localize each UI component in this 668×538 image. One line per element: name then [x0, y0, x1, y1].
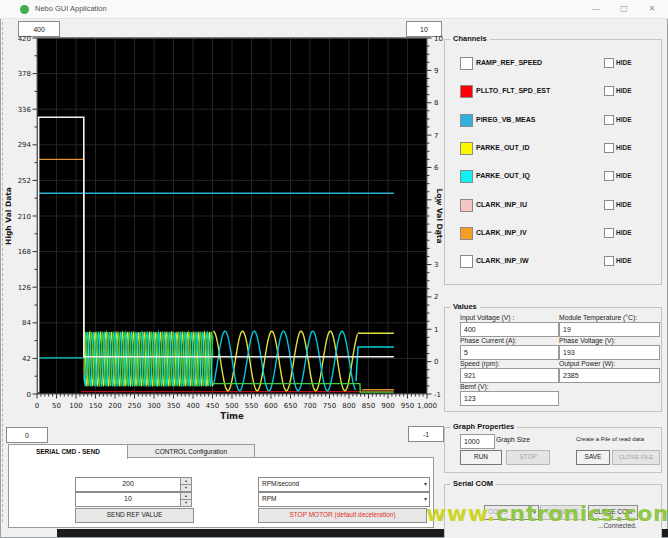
- ref-value-2-stepper[interactable]: ▲ ▼: [180, 492, 192, 505]
- channel-color-swatch: [460, 199, 473, 212]
- graph-size-label: Graph Size: [496, 436, 530, 443]
- app-icon: [20, 5, 29, 14]
- hide-checkbox[interactable]: [604, 228, 614, 238]
- channels-list: RAMP_REF_SPEEDHIDEPLLTO_FLT_SPD_ESTHIDEP…: [444, 39, 660, 283]
- send-ref-value-button[interactable]: SEND REF VALUE: [75, 508, 194, 523]
- svg-text:126: 126: [18, 284, 32, 292]
- stop-button[interactable]: STOP: [506, 450, 550, 465]
- svg-text:84: 84: [22, 319, 31, 327]
- tab-serial-cmd-send[interactable]: SERIAL CMD - SEND: [8, 444, 128, 459]
- svg-text:950: 950: [401, 402, 414, 410]
- app-window: Nebo GUI Application — ▢ ✕ 0428412616821…: [0, 0, 668, 538]
- close-icon[interactable]: ✕: [642, 2, 662, 16]
- output-power-label: Output Power (W):: [559, 360, 615, 367]
- svg-text:450: 450: [206, 402, 219, 410]
- svg-text:168: 168: [18, 248, 31, 256]
- svg-text:700: 700: [303, 402, 316, 410]
- unit-dropdown-2[interactable]: RPM ▾: [258, 492, 430, 507]
- spin-down-icon[interactable]: ▼: [180, 499, 192, 507]
- right-axis-title: Low Val Data: [435, 188, 444, 243]
- speed-field[interactable]: [460, 368, 559, 383]
- channel-label: PARKE_OUT_ID: [476, 144, 530, 151]
- hide-checkbox[interactable]: [604, 58, 614, 68]
- phase-voltage-field[interactable]: [559, 345, 660, 360]
- minimize-icon[interactable]: —: [586, 2, 606, 16]
- svg-text:500: 500: [225, 402, 238, 410]
- channel-color-swatch: [460, 227, 473, 240]
- svg-text:-1: -1: [434, 391, 441, 399]
- bemf-field[interactable]: [460, 391, 559, 406]
- svg-text:150: 150: [89, 402, 102, 410]
- input-voltage-label: Input Voltage (V) :: [460, 314, 514, 321]
- phase-voltage-label: Phase Voltage (V):: [559, 337, 616, 344]
- svg-text:650: 650: [284, 402, 297, 410]
- left-axis-title: High Val Data: [4, 187, 13, 245]
- ref-value-spinner[interactable]: 200: [75, 477, 181, 492]
- channel-label: PLLTO_FLT_SPD_EST: [476, 87, 550, 94]
- input-voltage-field[interactable]: [460, 322, 559, 337]
- close-file-button[interactable]: CLOSE FILE: [612, 450, 660, 465]
- svg-text:850: 850: [362, 402, 375, 410]
- svg-text:210: 210: [18, 213, 31, 221]
- create-file-label: Create a File of read data: [576, 436, 644, 442]
- stop-motor-button[interactable]: STOP MOTOR (default deceleration): [258, 508, 427, 523]
- channel-color-swatch: [460, 85, 473, 98]
- x-axis-title: Time: [220, 411, 244, 421]
- graph-size-field[interactable]: [460, 434, 495, 449]
- svg-text:900: 900: [381, 402, 394, 410]
- hide-checkbox[interactable]: [604, 86, 614, 96]
- save-button[interactable]: SAVE: [576, 450, 610, 465]
- svg-text:294: 294: [18, 141, 32, 149]
- channel-label: PIREG_VB_MEAS: [476, 116, 536, 123]
- speed-label: Speed (rpm):: [460, 360, 500, 367]
- hide-label: HIDE: [616, 116, 632, 123]
- svg-text:300: 300: [147, 402, 160, 410]
- hide-checkbox[interactable]: [604, 200, 614, 210]
- svg-text:10: 10: [434, 35, 443, 43]
- unit-dropdown-2-value: RPM: [262, 495, 276, 502]
- unit-dropdown-1[interactable]: RPM/second ▾: [258, 477, 430, 492]
- spin-down-icon[interactable]: ▼: [180, 484, 192, 492]
- svg-text:50: 50: [52, 402, 61, 410]
- maximize-icon[interactable]: ▢: [614, 2, 634, 16]
- serial-com-title: Serial COM: [450, 479, 496, 488]
- channel-color-swatch: [460, 255, 473, 268]
- ref-value-2-spinner[interactable]: 10: [75, 492, 181, 507]
- svg-text:6: 6: [434, 164, 439, 172]
- hide-checkbox[interactable]: [604, 143, 614, 153]
- svg-text:250: 250: [128, 402, 141, 410]
- ref-value-stepper[interactable]: ▲ ▼: [180, 477, 192, 490]
- svg-text:7: 7: [434, 132, 438, 140]
- module-temperature-field[interactable]: [559, 322, 660, 337]
- hide-label: HIDE: [616, 229, 632, 236]
- svg-text:750: 750: [323, 402, 336, 410]
- output-power-field[interactable]: [559, 368, 660, 383]
- svg-text:420: 420: [18, 35, 31, 43]
- graph-properties-title: Graph Properties: [450, 422, 517, 431]
- svg-text:600: 600: [264, 402, 277, 410]
- hide-checkbox[interactable]: [604, 256, 614, 266]
- hide-checkbox[interactable]: [604, 171, 614, 181]
- values-group-title: Values: [450, 302, 480, 311]
- module-temperature-label: Module Temperature (°C):: [559, 314, 637, 321]
- svg-text:2: 2: [434, 293, 438, 301]
- channel-color-swatch: [460, 170, 473, 183]
- hide-label: HIDE: [616, 87, 632, 94]
- channel-color-swatch: [460, 57, 473, 70]
- svg-text:9: 9: [434, 67, 438, 75]
- svg-text:100: 100: [69, 402, 82, 410]
- svg-text:252: 252: [18, 177, 31, 185]
- svg-text:0: 0: [35, 402, 39, 410]
- hide-label: HIDE: [616, 172, 632, 179]
- bemf-label: Bemf (V):: [460, 383, 489, 390]
- channel-label: CLARK_INP_IV: [476, 229, 527, 236]
- run-button[interactable]: RUN: [460, 450, 502, 465]
- svg-text:400: 400: [186, 402, 199, 410]
- svg-text:336: 336: [18, 106, 32, 114]
- window-title: Nebo GUI Application: [35, 4, 107, 13]
- hide-label: HIDE: [616, 257, 632, 264]
- hide-checkbox[interactable]: [604, 115, 614, 125]
- phase-current-field[interactable]: [460, 345, 559, 360]
- svg-text:800: 800: [342, 402, 355, 410]
- unit-dropdown-1-value: RPM/second: [262, 480, 299, 487]
